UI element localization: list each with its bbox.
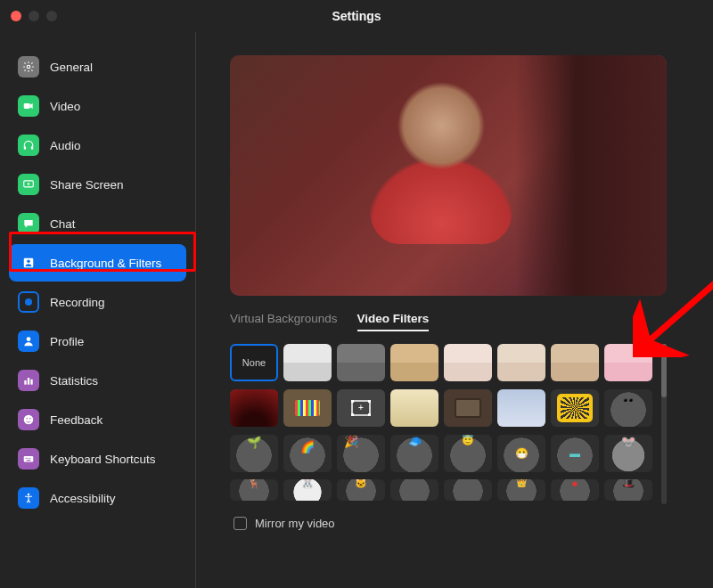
sidebar-item-recording[interactable]: Recording: [9, 283, 186, 321]
close-window-button[interactable]: [11, 11, 21, 21]
filter-tile[interactable]: [283, 344, 332, 381]
sidebar-item-label: Audio: [50, 139, 81, 152]
video-preview: [230, 55, 667, 296]
sidebar-item-statistics[interactable]: Statistics: [9, 362, 186, 399]
sidebar-item-label: Share Screen: [50, 178, 124, 192]
window-controls: [11, 11, 57, 21]
filter-tile[interactable]: ●: [551, 479, 599, 501]
sidebar-item-label: Video: [50, 100, 80, 113]
svg-rect-17: [28, 458, 29, 459]
filter-tile[interactable]: [497, 389, 545, 427]
svg-point-20: [28, 494, 29, 495]
scrollbar-thumb[interactable]: [661, 344, 667, 397]
filter-tile[interactable]: 😇: [444, 435, 492, 472]
keyboard-icon: [18, 448, 39, 470]
headphones-icon: [18, 135, 39, 156]
filter-tile[interactable]: [390, 479, 438, 501]
settings-sidebar: General Video Audio Share Screen Chat: [0, 32, 196, 588]
svg-rect-2: [24, 146, 26, 150]
filters-scrollbar[interactable]: [661, 344, 667, 504]
sidebar-item-label: Chat: [50, 217, 76, 231]
mirror-video-checkbox[interactable]: [234, 517, 247, 530]
svg-point-13: [26, 418, 28, 420]
filter-tile[interactable]: 🌈: [283, 435, 332, 472]
sidebar-item-feedback[interactable]: Feedback: [9, 401, 186, 438]
filter-tile[interactable]: [604, 344, 652, 381]
filter-tile[interactable]: [390, 389, 438, 427]
filter-tile[interactable]: [390, 344, 438, 381]
filter-tile[interactable]: +: [337, 389, 385, 427]
tab-video-filters[interactable]: Video Filters: [357, 312, 430, 331]
main-panel: Virtual Backgrounds Video Filters None +: [196, 32, 713, 588]
sidebar-item-video[interactable]: Video: [9, 87, 186, 125]
sidebar-item-label: Statistics: [50, 374, 98, 388]
filter-tile[interactable]: 😷: [497, 435, 545, 472]
smiley-icon: [18, 409, 39, 430]
mirror-video-row: Mirror my video: [234, 517, 692, 530]
filter-tile[interactable]: 🧢: [390, 435, 438, 472]
filter-tile[interactable]: [230, 389, 278, 427]
filter-tile[interactable]: 👑: [497, 479, 545, 501]
sidebar-item-label: Background & Filters: [50, 257, 161, 270]
filter-tile[interactable]: [551, 389, 599, 427]
gear-icon: [18, 56, 39, 78]
person-background-icon: [18, 252, 39, 274]
sidebar-item-share-screen[interactable]: Share Screen: [9, 166, 186, 203]
filter-tile[interactable]: 🦌: [230, 479, 278, 501]
filter-tile[interactable]: 🐭: [604, 435, 652, 472]
window-title: Settings: [332, 9, 381, 23]
bar-chart-icon: [18, 370, 39, 391]
filter-tile[interactable]: ▬: [551, 435, 599, 472]
sidebar-item-label: Profile: [50, 335, 84, 348]
filter-tile[interactable]: [444, 344, 492, 381]
filter-tile[interactable]: [337, 344, 385, 381]
svg-rect-18: [29, 458, 30, 459]
sidebar-item-audio[interactable]: Audio: [9, 127, 186, 164]
filter-tile[interactable]: [497, 344, 545, 381]
sidebar-item-general[interactable]: General: [9, 48, 186, 86]
svg-rect-1: [24, 103, 30, 109]
filter-none[interactable]: None: [230, 344, 278, 381]
mirror-video-label: Mirror my video: [255, 517, 335, 530]
svg-text:+: +: [358, 403, 364, 412]
maximize-window-button[interactable]: [46, 11, 57, 21]
sidebar-item-chat[interactable]: Chat: [9, 205, 186, 242]
filter-tile[interactable]: [444, 389, 492, 427]
minimize-window-button[interactable]: [29, 11, 39, 21]
svg-rect-23: [368, 400, 371, 403]
sidebar-item-label: Recording: [50, 296, 105, 309]
filter-tile[interactable]: [283, 389, 332, 427]
svg-point-12: [24, 415, 34, 425]
svg-rect-16: [26, 458, 27, 459]
sidebar-item-label: Accessibility: [50, 492, 116, 505]
sidebar-item-profile[interactable]: Profile: [9, 323, 186, 360]
video-filters-grid: None + 🕶️ 🌱 🌈 🎉 🧢 😇: [230, 344, 652, 504]
filter-tile[interactable]: 🐱: [337, 479, 385, 501]
record-icon: [18, 291, 39, 313]
share-screen-icon: [18, 174, 39, 195]
filter-tile[interactable]: [444, 479, 492, 501]
tab-virtual-backgrounds[interactable]: Virtual Backgrounds: [230, 312, 338, 331]
svg-rect-10: [28, 378, 29, 385]
svg-point-14: [29, 418, 31, 420]
sidebar-item-keyboard-shortcuts[interactable]: Keyboard Shortcuts: [9, 440, 186, 478]
filter-tile[interactable]: 🎉: [337, 435, 385, 472]
filter-tabs: Virtual Backgrounds Video Filters: [230, 312, 692, 331]
filter-tile[interactable]: 🕶️: [604, 389, 652, 427]
svg-rect-24: [351, 413, 354, 416]
accessibility-icon: [18, 487, 39, 509]
sidebar-item-background-filters[interactable]: Background & Filters: [9, 244, 186, 282]
svg-rect-19: [27, 460, 31, 461]
person-icon: [18, 331, 39, 352]
svg-rect-15: [24, 456, 34, 461]
sidebar-item-accessibility[interactable]: Accessibility: [9, 479, 186, 517]
chat-bubble-icon: [18, 213, 39, 234]
svg-rect-3: [31, 146, 33, 150]
filter-tile[interactable]: 🎩: [604, 479, 652, 501]
sidebar-item-label: General: [50, 61, 93, 74]
video-camera-icon: [18, 95, 39, 117]
svg-rect-9: [24, 380, 26, 385]
filter-tile[interactable]: [551, 344, 599, 381]
filter-tile[interactable]: 🐰: [283, 479, 332, 501]
filter-tile[interactable]: 🌱: [230, 435, 278, 472]
